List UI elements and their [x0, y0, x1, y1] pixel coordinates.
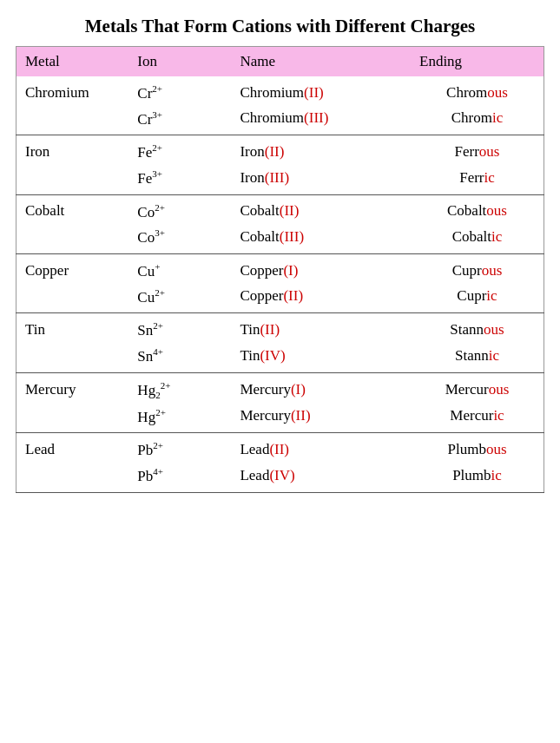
metal-cell: Lead — [16, 433, 129, 463]
ending-cell: Plumbic — [411, 463, 544, 492]
metal-cell: Cobalt — [16, 194, 129, 224]
ion-cell: Fe2+ — [128, 135, 231, 165]
ion-cell: Cu2+ — [128, 284, 231, 313]
ending-cell: Chromic — [411, 106, 544, 135]
metal-cell — [16, 224, 129, 253]
metal-cell: Iron — [16, 135, 129, 165]
name-cell: Iron(III) — [231, 165, 411, 194]
table-row: IronFe2+Iron(II)Ferrous — [16, 135, 544, 165]
metal-cell — [16, 284, 129, 313]
ion-cell: Cu+ — [128, 253, 231, 283]
table-header-row: Metal Ion Name Ending — [16, 47, 544, 77]
table-row: Cr3+Chromium(III)Chromic — [16, 106, 544, 135]
table-row: Cu2+Copper(II)Cupric — [16, 284, 544, 313]
ending-cell: Plumbous — [411, 433, 544, 463]
table-row: CobaltCo2+Cobalt(II)Cobaltous — [16, 194, 544, 224]
name-cell: Copper(I) — [231, 253, 411, 283]
name-cell: Chromium(II) — [231, 76, 411, 106]
metal-cell: Copper — [16, 253, 129, 283]
metal-cell: Tin — [16, 313, 129, 343]
name-cell: Mercury(II) — [231, 404, 411, 433]
col-header-ending: Ending — [411, 47, 544, 77]
ending-cell: Cupric — [411, 284, 544, 313]
ion-cell: Sn2+ — [128, 313, 231, 343]
name-cell: Mercury(I) — [231, 372, 411, 404]
ending-cell: Cuprous — [411, 253, 544, 283]
ion-cell: Co2+ — [128, 194, 231, 224]
metal-cell — [16, 404, 129, 433]
ending-cell: Stannic — [411, 343, 544, 372]
ending-cell: Mercuric — [411, 404, 544, 433]
ending-cell: Ferrous — [411, 135, 544, 165]
ending-cell: Cobaltic — [411, 224, 544, 253]
ion-cell: Sn4+ — [128, 343, 231, 372]
ending-cell: Cobaltous — [411, 194, 544, 224]
table-row: ChromiumCr2+Chromium(II)Chromous — [16, 76, 544, 106]
ending-cell: Mercurous — [411, 372, 544, 404]
metal-cell: Mercury — [16, 372, 129, 404]
table-row: Co3+Cobalt(III)Cobaltic — [16, 224, 544, 253]
ending-cell: Chromous — [411, 76, 544, 106]
name-cell: Tin(IV) — [231, 343, 411, 372]
cations-table: Metal Ion Name Ending ChromiumCr2+Chromi… — [16, 46, 544, 493]
ion-cell: Pb4+ — [128, 463, 231, 492]
col-header-name: Name — [231, 47, 411, 77]
name-cell: Lead(II) — [231, 433, 411, 463]
col-header-metal: Metal — [16, 47, 129, 77]
ion-cell: Co3+ — [128, 224, 231, 253]
col-header-ion: Ion — [128, 47, 231, 77]
name-cell: Lead(IV) — [231, 463, 411, 492]
ending-cell: Ferric — [411, 165, 544, 194]
page-container: Metals That Form Cations with Different … — [16, 16, 544, 493]
ending-cell: Stannous — [411, 313, 544, 343]
table-row: CopperCu+Copper(I)Cuprous — [16, 253, 544, 283]
ion-cell: Hg22+ — [128, 372, 231, 404]
table-row: Fe3+Iron(III)Ferric — [16, 165, 544, 194]
metal-cell — [16, 463, 129, 492]
name-cell: Iron(II) — [231, 135, 411, 165]
table-row: Sn4+Tin(IV)Stannic — [16, 343, 544, 372]
ion-cell: Hg2+ — [128, 404, 231, 433]
table-row: Hg2+Mercury(II)Mercuric — [16, 404, 544, 433]
name-cell: Cobalt(III) — [231, 224, 411, 253]
metal-cell — [16, 343, 129, 372]
metal-cell — [16, 165, 129, 194]
ion-cell: Cr2+ — [128, 76, 231, 106]
ion-cell: Cr3+ — [128, 106, 231, 135]
ion-cell: Pb2+ — [128, 433, 231, 463]
name-cell: Chromium(III) — [231, 106, 411, 135]
name-cell: Copper(II) — [231, 284, 411, 313]
table-row: Pb4+Lead(IV)Plumbic — [16, 463, 544, 492]
ion-cell: Fe3+ — [128, 165, 231, 194]
name-cell: Tin(II) — [231, 313, 411, 343]
page-title: Metals That Form Cations with Different … — [16, 16, 544, 37]
metal-cell: Chromium — [16, 76, 129, 106]
metal-cell — [16, 106, 129, 135]
table-row: MercuryHg22+Mercury(I)Mercurous — [16, 372, 544, 404]
name-cell: Cobalt(II) — [231, 194, 411, 224]
table-row: TinSn2+Tin(II)Stannous — [16, 313, 544, 343]
table-row: LeadPb2+Lead(II)Plumbous — [16, 433, 544, 463]
